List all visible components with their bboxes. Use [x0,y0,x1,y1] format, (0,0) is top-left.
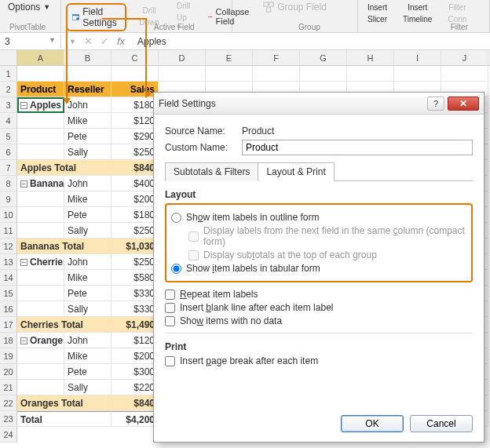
cell[interactable]: Mike [64,348,112,364]
check-no-data[interactable]: Show items with no data [165,315,473,326]
cell[interactable] [159,66,206,82]
cell[interactable]: $120 [112,333,159,348]
row-header[interactable]: 21 [0,380,17,395]
cell[interactable] [64,66,112,82]
cell[interactable] [17,207,64,223]
name-box[interactable]: 3 ▼ [0,35,61,49]
custom-name-input[interactable] [242,140,473,155]
row-header[interactable]: 10 [0,207,17,223]
cell[interactable]: $250 [112,144,159,160]
row-header[interactable]: 22 [0,395,17,411]
cell[interactable] [347,66,394,82]
col-header[interactable]: B [64,50,112,65]
cell[interactable]: −Oranges [17,333,64,348]
cell[interactable] [253,66,300,82]
cell[interactable] [112,66,159,82]
cell[interactable]: Apples Total [17,160,112,176]
cell[interactable]: $120 [112,113,159,129]
cancel-button[interactable]: Cancel [410,415,473,432]
check-page-break[interactable]: Insert page break after each item [165,355,473,366]
cell[interactable]: John [64,333,112,348]
col-header[interactable]: H [347,50,394,65]
cell[interactable]: −Cherries [17,254,64,270]
cell[interactable]: Mike [64,270,112,286]
cell[interactable]: Mike [64,113,112,129]
cell[interactable] [17,286,64,301]
cell[interactable] [17,348,64,364]
cell[interactable]: $200 [112,348,159,364]
cell[interactable] [17,380,64,395]
cell[interactable]: $250 [112,223,159,239]
col-header[interactable]: F [253,50,300,65]
tab-layout-print[interactable]: Layout & Print [258,162,334,181]
cell[interactable]: John [64,176,112,191]
col-header[interactable]: J [441,50,488,65]
insert-slicer-button[interactable]: InsertSlicer [363,2,392,25]
cell[interactable]: Oranges Total [17,395,112,411]
row-header[interactable]: 13 [0,254,17,270]
cell[interactable]: $840 [112,160,159,176]
cell[interactable] [17,301,64,317]
cell[interactable]: Sales [112,82,159,97]
fx-icon[interactable]: fx [117,35,125,47]
cell[interactable] [17,66,64,82]
cell[interactable]: Product▼ [17,82,64,97]
cell[interactable] [17,113,64,129]
tab-subtotals-filters[interactable]: Subtotals & Filters [165,162,258,181]
cell[interactable]: $330 [112,286,159,301]
cell[interactable]: Total [17,411,112,427]
cell[interactable] [17,223,64,239]
col-header[interactable]: G [300,50,347,65]
ok-button[interactable]: OK [341,415,404,432]
col-header[interactable]: E [206,50,253,65]
cell[interactable]: Sally [64,380,112,395]
cell[interactable]: John [64,254,112,270]
cell[interactable] [17,191,64,207]
cell[interactable]: Cherries Total [17,317,112,333]
cell[interactable]: Reseller▼ [64,82,112,97]
cell[interactable]: Mike [64,191,112,207]
row-header[interactable]: 14 [0,270,17,286]
row-header[interactable]: 20 [0,364,17,380]
cell[interactable]: Pete [64,286,112,301]
row-header[interactable]: 9 [0,191,17,207]
cell[interactable]: John [64,97,112,113]
cell[interactable] [17,129,64,144]
formula-bar-value[interactable]: Apples [137,36,166,47]
cell[interactable]: Pete [64,364,112,380]
cell[interactable]: $300 [112,364,159,380]
row-header[interactable]: 18 [0,333,17,348]
cell[interactable] [206,66,253,82]
row-header[interactable]: 12 [0,239,17,254]
dialog-help-button[interactable]: ? [427,97,444,111]
row-header[interactable]: 17 [0,317,17,333]
row-header[interactable]: 19 [0,348,17,364]
row-header[interactable]: 2 [0,82,17,97]
check-repeat-labels[interactable]: Repeat item labels [165,289,473,300]
cell[interactable]: $330 [112,301,159,317]
cell[interactable]: $200 [112,191,159,207]
col-header[interactable]: I [394,50,441,65]
cell[interactable]: $1,490 [112,317,159,333]
cell[interactable]: $400 [112,176,159,191]
row-header[interactable]: 3 [0,97,17,113]
row-header[interactable]: 6 [0,144,17,160]
row-header[interactable]: 8 [0,176,17,191]
row-header[interactable]: 15 [0,286,17,301]
cell[interactable]: $290 [112,129,159,144]
cell[interactable]: $180 [112,207,159,223]
cell[interactable]: Sally [64,223,112,239]
cell[interactable]: Pete [64,207,112,223]
cell[interactable]: $840 [112,395,159,411]
cell[interactable]: −Bananas [17,176,64,191]
row-header[interactable]: 11 [0,223,17,239]
options-button[interactable]: Options ▼ [3,0,55,14]
cell[interactable] [17,270,64,286]
row-header[interactable]: 24 [0,427,17,443]
cell[interactable] [17,364,64,380]
field-settings-button[interactable]: Field Settings [66,3,126,31]
row-header[interactable]: 23 [0,411,17,427]
cell[interactable]: Sally [64,144,112,160]
col-header[interactable]: C [112,50,159,65]
radio-outline-form[interactable]: Show item labels in outline form [171,212,466,223]
